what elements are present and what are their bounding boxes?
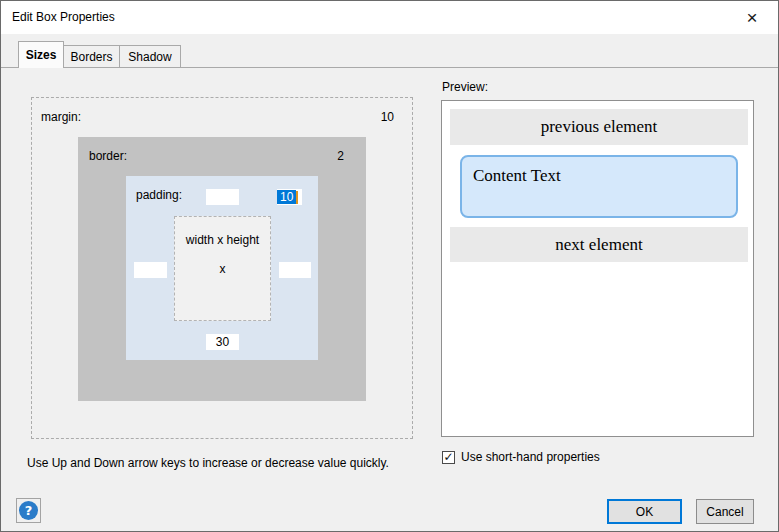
- shorthand-checkbox-label: Use short-hand properties: [461, 450, 600, 464]
- dialog-title: Edit Box Properties: [12, 10, 115, 24]
- content-size-box: width x height x: [174, 216, 271, 321]
- preview-content-box: Content Text: [460, 155, 738, 218]
- width-height-label: width x height: [175, 233, 270, 247]
- close-icon: ×: [746, 7, 757, 29]
- preview-previous-element: previous element: [450, 109, 748, 145]
- margin-label: margin:: [41, 110, 81, 124]
- edit-box-properties-dialog: Edit Box Properties × Sizes Borders Shad…: [0, 0, 779, 532]
- border-value: 2: [337, 149, 344, 163]
- checkbox-box: ✓: [442, 451, 455, 464]
- tabstrip-divider: [1, 67, 778, 68]
- padding-top-input[interactable]: [206, 189, 239, 205]
- preview-label: Preview:: [442, 80, 488, 94]
- preview-canvas: previous element Content Text next eleme…: [441, 100, 754, 437]
- check-mark-icon: ✓: [443, 451, 453, 463]
- padding-label: padding:: [136, 188, 182, 202]
- shorthand-checkbox[interactable]: ✓ Use short-hand properties: [442, 450, 600, 464]
- padding-bottom-input[interactable]: [206, 334, 239, 350]
- border-label: border:: [89, 149, 127, 163]
- ok-button[interactable]: OK: [607, 499, 682, 524]
- width-height-separator: x: [175, 262, 270, 276]
- padding-left-input[interactable]: [134, 262, 167, 278]
- padding-value-input[interactable]: 10: [277, 189, 302, 205]
- close-button[interactable]: ×: [729, 1, 775, 34]
- tab-borders[interactable]: Borders: [63, 45, 120, 68]
- padding-right-input[interactable]: [279, 262, 311, 278]
- help-icon: ?: [19, 501, 38, 520]
- tab-shadow[interactable]: Shadow: [119, 45, 181, 68]
- cancel-button[interactable]: Cancel: [696, 499, 754, 524]
- help-button[interactable]: ?: [16, 498, 41, 523]
- hint-text: Use Up and Down arrow keys to increase o…: [27, 456, 389, 470]
- margin-value: 10: [381, 110, 394, 124]
- text-caret: [296, 191, 298, 204]
- preview-next-element: next element: [450, 227, 748, 262]
- tab-sizes[interactable]: Sizes: [18, 41, 64, 68]
- titlebar: Edit Box Properties ×: [1, 1, 778, 34]
- selected-text: 10: [277, 190, 296, 204]
